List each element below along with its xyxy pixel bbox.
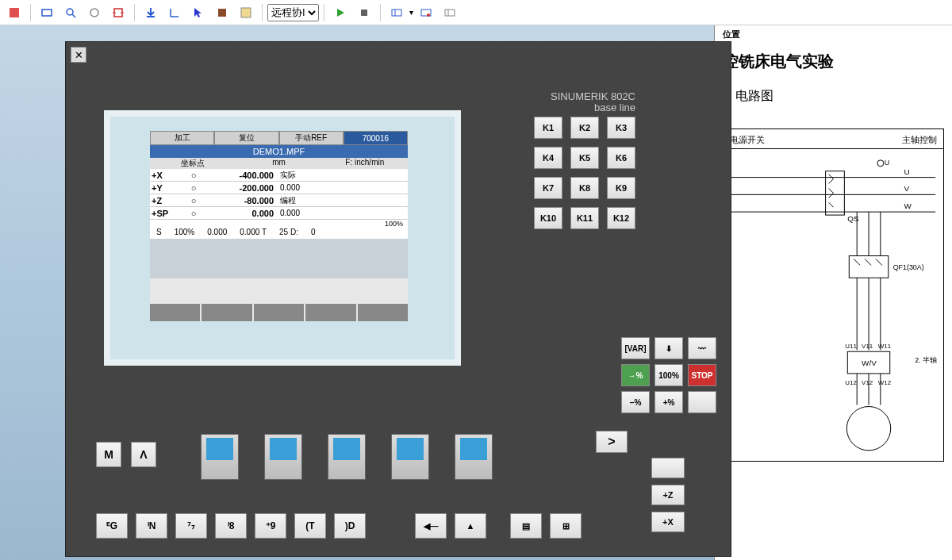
doc-title: 控铣床电气实验 — [723, 51, 944, 72]
minus-pct-key[interactable]: −% — [621, 391, 650, 413]
spindle-down-key[interactable]: ⬇ — [654, 337, 683, 359]
tool-rect-icon[interactable] — [36, 3, 58, 22]
k-button-8[interactable]: K8 — [570, 177, 599, 199]
k-button-11[interactable]: K11 — [570, 207, 599, 229]
tool-zoom-icon[interactable] — [60, 3, 82, 22]
k-button-5[interactable]: K5 — [570, 147, 599, 169]
document-panel: 位置 控铣床电气实验 、电路图 电源开关 主轴控制 R S T U V W QS… — [714, 25, 952, 560]
tool-icon-1[interactable] — [3, 3, 25, 22]
k-button-4[interactable]: K4 — [534, 147, 562, 169]
soft-key-4[interactable] — [391, 434, 429, 480]
k-button-3[interactable]: K3 — [607, 117, 635, 139]
bottom-key-4[interactable]: ⁺9 — [255, 513, 286, 539]
misc-key-2[interactable]: ⊞ — [550, 513, 582, 539]
tool-device-icon[interactable] — [211, 3, 233, 22]
svg-rect-16 — [361, 10, 367, 16]
blank-side-key[interactable] — [688, 391, 716, 413]
screen-tab-0[interactable]: 加工 — [150, 131, 214, 145]
bottom-key-row: ᴱGᴵN⁷₇ᴵ8⁺9(T)D — [96, 513, 366, 539]
arrow-left-key[interactable]: ◀— — [415, 513, 447, 539]
svg-rect-13 — [218, 9, 226, 17]
svg-text:W11: W11 — [878, 343, 892, 350]
k-button-2[interactable]: K2 — [570, 117, 599, 139]
svg-text:QS: QS — [847, 214, 859, 223]
m-key[interactable]: M — [96, 442, 121, 467]
svg-rect-39 — [849, 256, 888, 278]
axis-row: +Y○-200.0000.000 — [150, 182, 408, 194]
blank-jog-key[interactable] — [651, 458, 685, 478]
svg-text:W/V: W/V — [862, 359, 877, 367]
bottom-key-3[interactable]: ᴵ8 — [215, 513, 247, 539]
lambda-key[interactable]: Λ — [131, 442, 156, 467]
svg-text:V: V — [904, 184, 910, 193]
svg-text:V11: V11 — [862, 343, 873, 350]
wave-key[interactable]: 〰 — [688, 337, 716, 359]
bottom-key-1[interactable]: ᴵN — [136, 513, 167, 539]
remote-dropdown[interactable]: 远程协I — [267, 4, 319, 21]
svg-point-2 — [67, 9, 73, 15]
screen-tab-1[interactable]: 复位 — [214, 131, 278, 145]
close-button[interactable]: ✕ — [71, 47, 86, 63]
k-button-6[interactable]: K6 — [607, 147, 635, 169]
svg-point-20 — [427, 13, 430, 17]
mode-keys: M Λ — [96, 442, 156, 467]
window-icon-2[interactable] — [415, 3, 437, 22]
var-key[interactable]: [VAR] — [621, 337, 650, 359]
bottom-key-0[interactable]: ᴱG — [96, 513, 128, 539]
bottom-key-6[interactable]: )D — [334, 513, 366, 539]
svg-text:QF1(30A): QF1(30A) — [893, 263, 924, 271]
svg-point-34 — [877, 160, 884, 167]
tool-circle-icon[interactable] — [83, 3, 106, 22]
tool-pointer-icon[interactable] — [187, 3, 209, 22]
soft-key-1[interactable] — [201, 434, 239, 480]
tool-download-icon[interactable] — [140, 3, 162, 22]
window-icon-3[interactable] — [439, 3, 461, 22]
svg-line-3 — [72, 14, 75, 17]
svg-text:W: W — [904, 201, 912, 210]
soft-key-2[interactable] — [264, 434, 302, 480]
tool-axis-icon[interactable] — [163, 3, 186, 22]
screen-tab-num: 700016 — [344, 131, 408, 145]
k-button-12[interactable]: K12 — [607, 207, 635, 229]
k-button-grid: K1K2K3K4K5K6K7K8K9K10K11K12 — [534, 117, 635, 229]
override-keys: [VAR] ⬇ 〰 →% 100% STOP −% +% — [621, 337, 716, 413]
axis-row: +SP○0.0000.000 — [150, 207, 408, 220]
svg-text:U12: U12 — [845, 379, 857, 386]
circuit-diagram: 电源开关 主轴控制 R S T U V W QS U QF1(30A) — [723, 128, 944, 462]
hundred-key[interactable]: 100% — [654, 364, 683, 386]
next-key-group: > — [596, 431, 628, 453]
svg-point-4 — [90, 9, 98, 17]
window-icon-1[interactable] — [386, 3, 408, 22]
svg-rect-0 — [10, 8, 19, 17]
bottom-key-2[interactable]: ⁷₇ — [175, 513, 207, 539]
svg-text:U11: U11 — [845, 343, 857, 350]
bottom-key-5[interactable]: (T — [294, 513, 326, 539]
svg-point-56 — [846, 406, 890, 450]
k-button-1[interactable]: K1 — [534, 117, 562, 139]
soft-key-5[interactable] — [455, 434, 493, 480]
screen-tab-2[interactable]: 手动REF — [279, 131, 344, 145]
k-button-10[interactable]: K10 — [534, 207, 562, 229]
cycle-stop-key[interactable]: STOP — [688, 364, 716, 386]
stop-icon[interactable] — [353, 3, 375, 22]
gt-key[interactable]: > — [596, 431, 628, 453]
main-toolbar: 远程协I ▾ — [0, 0, 952, 25]
misc-key-1[interactable]: ▤ — [510, 513, 542, 539]
cnc-screen: 加工 复位 手动REF 700016 DEMO1.MPF 坐标点 mm F: i… — [104, 110, 461, 366]
soft-key-3[interactable] — [328, 434, 366, 480]
plus-pct-key[interactable]: +% — [654, 391, 683, 413]
arrow-up-key[interactable]: ▲ — [455, 513, 486, 539]
k-button-7[interactable]: K7 — [534, 177, 562, 199]
plus-x-key[interactable]: +X — [651, 512, 685, 532]
cycle-start-key[interactable]: →% — [621, 364, 650, 386]
play-icon[interactable] — [329, 3, 351, 22]
plus-z-key[interactable]: +Z — [651, 485, 685, 505]
svg-marker-12 — [194, 8, 202, 17]
soft-key-row — [201, 434, 493, 480]
svg-text:U: U — [904, 167, 910, 176]
axis-row: +Z○-80.000编程 — [150, 194, 408, 207]
tool-panel-icon[interactable] — [235, 3, 257, 22]
svg-marker-15 — [337, 9, 344, 17]
tool-fit-icon[interactable] — [107, 3, 129, 22]
k-button-9[interactable]: K9 — [607, 177, 635, 199]
